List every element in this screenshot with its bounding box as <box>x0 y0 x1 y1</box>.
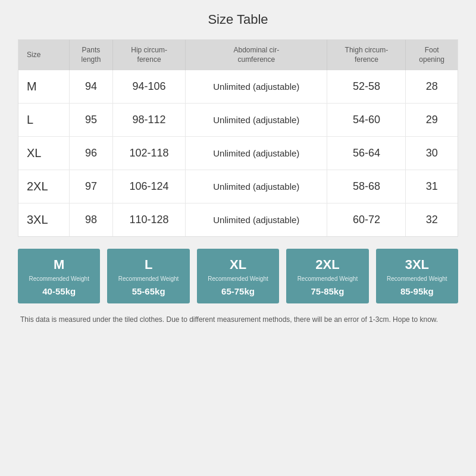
cell-foot: 32 <box>406 203 458 237</box>
size-table-container: Size Pantslength Hip circum-ference Abdo… <box>18 39 458 237</box>
cell-hip: 98-112 <box>113 104 186 137</box>
size-card: XL Recommended Weight 65-75kg <box>197 249 279 303</box>
cell-abdominal: Unlimited (adjustable) <box>186 104 327 137</box>
table-header-row: Size Pantslength Hip circum-ference Abdo… <box>18 40 458 70</box>
cell-hip: 94-106 <box>113 70 186 104</box>
table-row: L 95 98-112 Unlimited (adjustable) 54-60… <box>18 104 458 137</box>
cell-foot: 28 <box>406 70 458 104</box>
cell-size: 3XL <box>18 203 69 237</box>
card-recommended-label: Recommended Weight <box>118 275 179 283</box>
cell-size: M <box>18 70 69 104</box>
cell-thigh: 56-64 <box>327 137 406 170</box>
cell-thigh: 54-60 <box>327 104 406 137</box>
col-header-abdominal: Abdominal cir-cumference <box>186 40 327 70</box>
cell-size: XL <box>18 137 69 170</box>
col-header-size: Size <box>18 40 69 70</box>
cell-pants: 98 <box>69 203 112 237</box>
cell-hip: 102-118 <box>113 137 186 170</box>
cell-thigh: 58-68 <box>327 170 406 203</box>
table-row: 3XL 98 110-128 Unlimited (adjustable) 60… <box>18 203 458 237</box>
cell-abdominal: Unlimited (adjustable) <box>186 137 327 170</box>
cell-abdominal: Unlimited (adjustable) <box>186 170 327 203</box>
card-size-label: XL <box>230 257 246 273</box>
card-size-label: M <box>54 257 64 273</box>
cell-pants: 96 <box>69 137 112 170</box>
cell-thigh: 52-58 <box>327 70 406 104</box>
size-card: 3XL Recommended Weight 85-95kg <box>376 249 458 303</box>
cell-pants: 94 <box>69 70 112 104</box>
cell-hip: 106-124 <box>113 170 186 203</box>
card-recommended-label: Recommended Weight <box>208 275 268 283</box>
page: Size Table Size Pantslength Hip circum-f… <box>0 0 476 476</box>
cell-pants: 97 <box>69 170 112 203</box>
table-row: XL 96 102-118 Unlimited (adjustable) 56-… <box>18 137 458 170</box>
card-weight-value: 85-95kg <box>400 286 434 296</box>
col-header-hip: Hip circum-ference <box>113 40 186 70</box>
size-card: L Recommended Weight 55-65kg <box>107 249 189 303</box>
card-weight-value: 65-75kg <box>221 286 255 296</box>
cell-foot: 30 <box>406 137 458 170</box>
col-header-pants: Pantslength <box>69 40 112 70</box>
card-weight-value: 40-55kg <box>42 286 76 296</box>
table-row: M 94 94-106 Unlimited (adjustable) 52-58… <box>18 70 458 104</box>
card-weight-value: 75-85kg <box>311 286 344 296</box>
cell-thigh: 60-72 <box>327 203 406 237</box>
size-card: M Recommended Weight 40-55kg <box>18 249 100 303</box>
table-row: 2XL 97 106-124 Unlimited (adjustable) 58… <box>18 170 458 203</box>
cell-hip: 110-128 <box>113 203 186 237</box>
size-card: 2XL Recommended Weight 75-85kg <box>286 249 368 303</box>
card-recommended-label: Recommended Weight <box>298 275 358 283</box>
cell-foot: 29 <box>406 104 458 137</box>
cell-size: 2XL <box>18 170 69 203</box>
page-title: Size Table <box>18 12 458 27</box>
cell-foot: 31 <box>406 170 458 203</box>
card-recommended-label: Recommended Weight <box>387 275 447 283</box>
card-size-label: L <box>145 257 152 273</box>
card-recommended-label: Recommended Weight <box>29 275 89 283</box>
footnote: This data is measured under the tiled cl… <box>18 314 458 325</box>
cell-abdominal: Unlimited (adjustable) <box>186 203 327 237</box>
cell-size: L <box>18 104 69 137</box>
size-cards-container: M Recommended Weight 40-55kg L Recommend… <box>18 249 458 303</box>
card-size-label: 2XL <box>315 257 339 273</box>
size-table: Size Pantslength Hip circum-ference Abdo… <box>18 40 458 236</box>
cell-abdominal: Unlimited (adjustable) <box>186 70 327 104</box>
col-header-thigh: Thigh circum-ference <box>327 40 406 70</box>
card-weight-value: 55-65kg <box>132 286 165 296</box>
card-size-label: 3XL <box>405 257 429 273</box>
col-header-foot: Footopening <box>406 40 458 70</box>
cell-pants: 95 <box>69 104 112 137</box>
